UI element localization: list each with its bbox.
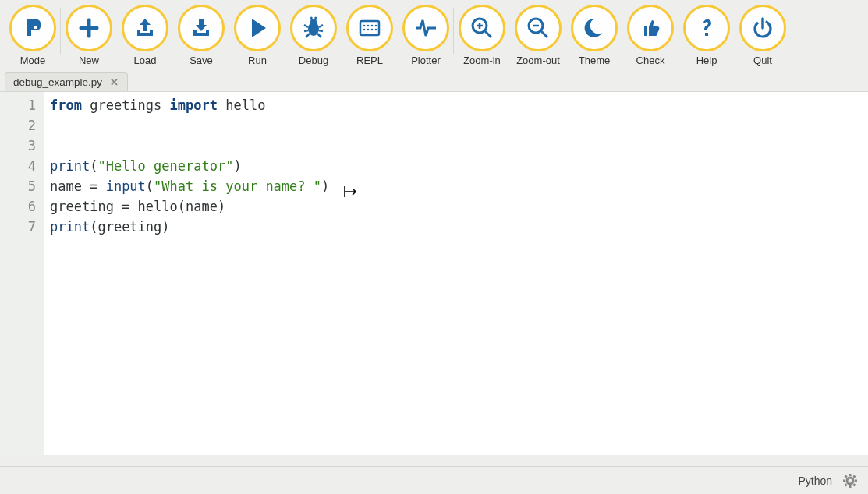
line-number: 2 bbox=[5, 115, 36, 136]
mode-icon bbox=[9, 5, 56, 51]
quit-button[interactable]: Quit bbox=[735, 3, 791, 68]
tool-label: Zoom-in bbox=[463, 55, 501, 66]
theme-button[interactable]: Theme bbox=[566, 3, 622, 68]
tool-label: Theme bbox=[579, 55, 610, 66]
zoom-in-icon bbox=[459, 5, 505, 51]
tool-label: Load bbox=[134, 55, 157, 66]
status-language: Python bbox=[798, 475, 832, 487]
moon-icon bbox=[571, 5, 618, 51]
line-number: 7 bbox=[5, 217, 36, 237]
play-icon bbox=[234, 5, 281, 51]
mode-button[interactable]: Mode bbox=[5, 3, 61, 68]
bug-icon bbox=[290, 5, 337, 51]
question-icon bbox=[683, 5, 730, 51]
tool-label: Debug bbox=[299, 55, 328, 66]
new-button[interactable]: New bbox=[61, 3, 117, 68]
tool-label: REPL bbox=[356, 55, 383, 66]
plotter-button[interactable]: Plotter bbox=[398, 3, 454, 68]
toolbar: ModeNewLoadSaveRunDebugREPLPlotterZoom-i… bbox=[0, 0, 868, 69]
tool-label: Check bbox=[636, 55, 665, 66]
tool-label: New bbox=[79, 55, 99, 66]
code-editor[interactable]: 1234567 from greetings import hello prin… bbox=[0, 92, 868, 455]
tool-label: Save bbox=[190, 55, 213, 66]
pulse-icon bbox=[402, 5, 449, 51]
tool-label: Plotter bbox=[411, 55, 441, 66]
help-button[interactable]: Help bbox=[678, 3, 735, 68]
line-number: 6 bbox=[5, 196, 36, 217]
tool-label: Help bbox=[696, 55, 717, 66]
plus-icon bbox=[66, 5, 112, 51]
repl-button[interactable]: REPL bbox=[342, 3, 398, 68]
power-icon bbox=[739, 5, 786, 51]
tab-label: debug_example.py bbox=[13, 76, 102, 88]
download-icon bbox=[178, 5, 225, 51]
tabbar: debug_example.py ✕ bbox=[0, 69, 868, 92]
upload-icon bbox=[122, 5, 168, 51]
save-button[interactable]: Save bbox=[173, 3, 229, 68]
line-number: 3 bbox=[5, 136, 36, 156]
check-button[interactable]: Check bbox=[622, 3, 678, 68]
debug-button[interactable]: Debug bbox=[285, 3, 342, 68]
run-button[interactable]: Run bbox=[229, 3, 285, 68]
code-content[interactable]: from greetings import hello print("Hello… bbox=[44, 92, 868, 455]
tool-label: Run bbox=[248, 55, 267, 66]
zoom-out-icon bbox=[515, 5, 562, 51]
code-line[interactable]: greeting = hello(name) bbox=[50, 196, 862, 217]
statusbar: Python bbox=[0, 466, 868, 494]
tool-label: Zoom-out bbox=[516, 55, 560, 66]
code-line[interactable]: from greetings import hello bbox=[50, 95, 862, 115]
line-number: 4 bbox=[5, 156, 36, 176]
tool-label: Quit bbox=[753, 55, 772, 66]
keyboard-icon bbox=[346, 5, 393, 51]
zoom-out-button[interactable]: Zoom-out bbox=[510, 3, 566, 68]
code-line[interactable]: print("Hello generator") bbox=[50, 156, 862, 176]
thumbs-up-icon bbox=[627, 5, 674, 51]
zoom-in-button[interactable]: Zoom-in bbox=[454, 3, 510, 68]
code-line[interactable] bbox=[50, 136, 862, 156]
gutter: 1234567 bbox=[0, 92, 44, 455]
tool-label: Mode bbox=[20, 55, 46, 66]
line-number: 1 bbox=[5, 95, 36, 115]
code-line[interactable]: name = input("What is your name? ") bbox=[50, 176, 862, 196]
load-button[interactable]: Load bbox=[117, 3, 173, 68]
tab-file[interactable]: debug_example.py ✕ bbox=[5, 72, 128, 91]
code-line[interactable]: print(greeting) bbox=[50, 217, 862, 237]
code-line[interactable] bbox=[50, 115, 862, 136]
close-icon[interactable]: ✕ bbox=[108, 77, 119, 88]
gear-icon[interactable] bbox=[841, 472, 859, 489]
line-number: 5 bbox=[5, 176, 36, 196]
